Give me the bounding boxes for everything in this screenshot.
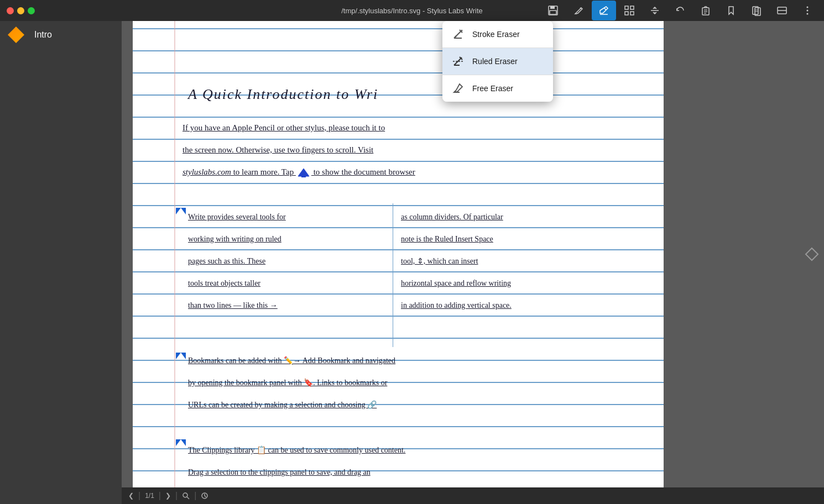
svg-rect-4 <box>625 6 628 9</box>
svg-rect-22 <box>301 173 306 177</box>
toolbar <box>541 0 824 21</box>
svg-point-23 <box>455 36 457 38</box>
app-logo <box>8 27 24 43</box>
svg-point-20 <box>807 10 809 12</box>
bookmark-button[interactable] <box>719 1 743 20</box>
tab-label[interactable]: Intro <box>34 30 52 40</box>
page-info: 1/1 <box>145 492 154 500</box>
svg-point-19 <box>807 7 809 8</box>
stroke-eraser-option[interactable]: Stroke Eraser <box>442 21 553 48</box>
eraser-button[interactable] <box>592 1 616 20</box>
free-eraser-icon <box>450 81 466 96</box>
paragraph-2-right: as column dividers. Of particular note i… <box>401 206 633 317</box>
window-title: /tmp/.styluslabs/Intro.svg - Stylus Labs… <box>341 7 483 15</box>
insert-space-button[interactable] <box>643 1 667 20</box>
stroke-eraser-label: Stroke Eraser <box>472 30 520 39</box>
svg-point-25 <box>183 493 187 497</box>
svg-line-26 <box>187 497 189 499</box>
minimize-button[interactable] <box>17 7 24 14</box>
maximize-button[interactable] <box>28 7 35 14</box>
svg-point-21 <box>807 13 809 15</box>
sidebar: Intro <box>0 21 122 504</box>
bookmark-2 <box>176 353 186 359</box>
close-button[interactable] <box>7 7 14 14</box>
undo-button[interactable] <box>668 1 692 20</box>
svg-rect-6 <box>625 12 628 15</box>
column-divider <box>393 203 393 347</box>
stroke-eraser-icon <box>450 27 466 42</box>
prev-page-button[interactable]: ❮ <box>128 492 134 500</box>
svg-rect-7 <box>630 12 634 15</box>
grid-button[interactable] <box>617 1 642 20</box>
ruled-eraser-label: Ruled Eraser <box>472 57 518 66</box>
bookmark-1 <box>176 208 186 214</box>
more-button[interactable] <box>795 1 820 20</box>
svg-rect-5 <box>630 6 634 9</box>
paragraph-3: Bookmarks can be added with ✏️→ Add Book… <box>188 350 653 416</box>
history-button[interactable] <box>201 492 208 500</box>
margin-line <box>174 21 175 487</box>
paragraph-2-left: Write provides several tools for working… <box>188 206 387 317</box>
bookmark-3 <box>176 439 186 446</box>
diamond-button[interactable] <box>802 244 822 264</box>
paragraph-4: The Clippings library 📋 can be used to s… <box>188 439 653 484</box>
svg-rect-2 <box>550 11 556 14</box>
ruled-eraser-icon <box>450 54 466 69</box>
free-eraser-option[interactable]: Free Eraser <box>442 75 553 102</box>
free-eraser-label: Free Eraser <box>472 84 513 93</box>
svg-rect-1 <box>550 6 555 9</box>
page-title: A Quick Introduction to Wri <box>188 86 378 103</box>
clipboard-button[interactable] <box>693 1 718 20</box>
titlebar: /tmp/.styluslabs/Intro.svg - Stylus Labs… <box>0 0 824 21</box>
ruled-eraser-option[interactable]: Ruled Eraser <box>442 48 553 75</box>
eraser-dropdown-menu: Stroke Eraser Ruled Eraser Free Eraser <box>442 21 553 102</box>
document-page: A Quick Introduction to Wri If you have … <box>133 21 664 487</box>
pen-button[interactable] <box>566 1 591 20</box>
split-button[interactable] <box>770 1 794 20</box>
search-button[interactable] <box>182 492 190 500</box>
paragraph-1: If you have an Apple Pencil or other sty… <box>182 117 647 183</box>
traffic-lights <box>0 7 35 14</box>
pages-button[interactable] <box>744 1 769 20</box>
save-button[interactable] <box>541 1 565 20</box>
next-page-button[interactable]: ❯ <box>165 492 171 500</box>
bottom-bar: ❮ | 1/1 | ❯ | | <box>122 487 824 504</box>
